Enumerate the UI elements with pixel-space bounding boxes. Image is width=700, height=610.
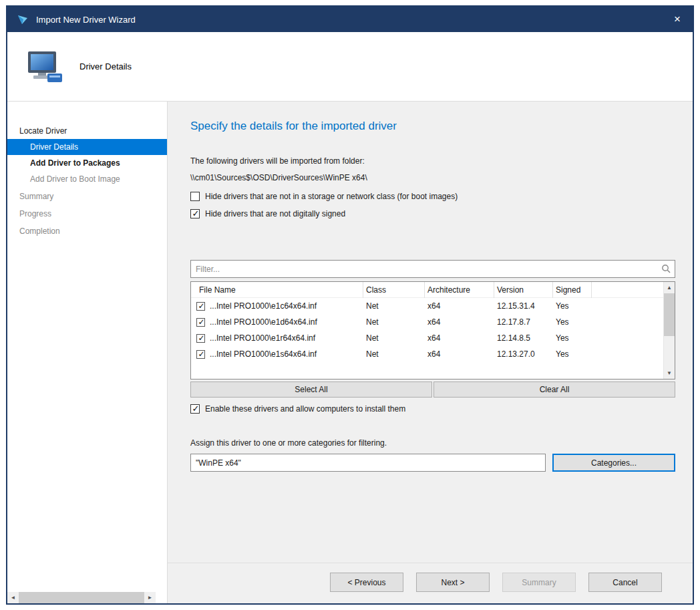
- scroll-up-icon[interactable]: ▲: [664, 282, 675, 293]
- cell-version: 12.17.8.7: [494, 317, 553, 327]
- cell-architecture: x64: [425, 349, 494, 359]
- hide-storage-checkbox[interactable]: Hide drivers that are not in a storage o…: [190, 192, 675, 201]
- table-row[interactable]: ...Intel PRO1000\e1c64x64.inf Net x64 12…: [191, 298, 663, 314]
- cell-version: 12.14.8.5: [494, 333, 553, 343]
- close-icon[interactable]: ×: [662, 7, 693, 32]
- checkbox-icon[interactable]: [190, 209, 200, 218]
- driver-details-icon: [26, 50, 65, 84]
- categories-input[interactable]: [190, 454, 546, 472]
- cell-signed: Yes: [553, 333, 592, 343]
- sidebar-horizontal-scrollbar[interactable]: ◄ ►: [7, 592, 156, 603]
- sidebar-item-add-driver-to-boot-image[interactable]: Add Driver to Boot Image: [7, 171, 167, 187]
- cell-architecture: x64: [425, 301, 494, 311]
- table-row[interactable]: ...Intel PRO1000\e1d64x64.inf Net x64 12…: [191, 314, 663, 330]
- wizard-footer: < Previous Next > Summary Cancel: [168, 563, 693, 603]
- scroll-down-icon[interactable]: ▼: [664, 367, 675, 379]
- column-header-version[interactable]: Version: [494, 282, 553, 298]
- cell-file-name: ...Intel PRO1000\e1r64x64.inf: [210, 333, 315, 343]
- wizard-app-icon: [16, 13, 29, 26]
- section-heading: Specify the details for the imported dri…: [190, 119, 675, 134]
- scrollbar-thumb[interactable]: [664, 293, 675, 336]
- scroll-left-icon[interactable]: ◄: [7, 592, 19, 603]
- driver-list: File Name Class Architecture Version Sig…: [190, 281, 675, 379]
- row-checkbox-icon[interactable]: [196, 334, 205, 343]
- row-checkbox-icon[interactable]: [196, 318, 205, 327]
- cell-class: Net: [363, 317, 425, 327]
- folder-path: \\cm01\Sources$\OSD\DriverSources\WinPE …: [190, 173, 675, 182]
- wizard-window: Import New Driver Wizard × Driver Deta: [6, 5, 694, 605]
- cell-signed: Yes: [553, 301, 592, 311]
- sidebar-item-driver-details[interactable]: Driver Details: [7, 139, 167, 155]
- sidebar-item-add-driver-to-packages[interactable]: Add Driver to Packages: [7, 155, 167, 171]
- hide-unsigned-label: Hide drivers that are not digitally sign…: [205, 209, 345, 218]
- next-button[interactable]: Next >: [416, 573, 490, 592]
- table-row[interactable]: ...Intel PRO1000\e1r64x64.inf Net x64 12…: [191, 330, 663, 346]
- cell-class: Net: [363, 349, 425, 359]
- row-checkbox-icon[interactable]: [196, 302, 205, 311]
- column-header-architecture[interactable]: Architecture: [425, 282, 494, 298]
- wizard-header: Driver Details: [7, 32, 693, 102]
- cell-file-name: ...Intel PRO1000\e1d64x64.inf: [210, 317, 317, 327]
- cell-version: 12.13.27.0: [494, 349, 553, 359]
- select-all-button[interactable]: Select All: [190, 382, 432, 398]
- window-title: Import New Driver Wizard: [36, 15, 136, 25]
- page-title: Driver Details: [79, 61, 132, 71]
- cell-class: Net: [363, 333, 425, 343]
- enable-drivers-label: Enable these drivers and allow computers…: [205, 404, 405, 414]
- intro-text: The following drivers will be imported f…: [190, 156, 675, 166]
- column-header-class[interactable]: Class: [363, 282, 425, 298]
- main-panel: Specify the details for the imported dri…: [168, 102, 693, 603]
- list-vertical-scrollbar[interactable]: ▲ ▼: [663, 282, 675, 379]
- cell-architecture: x64: [425, 317, 494, 327]
- enable-drivers-checkbox[interactable]: Enable these drivers and allow computers…: [190, 404, 675, 414]
- scrollbar-thumb[interactable]: [19, 592, 144, 603]
- column-header-file-name[interactable]: File Name: [191, 282, 363, 298]
- sidebar-item-summary[interactable]: Summary: [7, 188, 167, 204]
- cell-file-name: ...Intel PRO1000\e1c64x64.inf: [210, 301, 317, 311]
- cell-signed: Yes: [553, 317, 592, 327]
- driver-list-header: File Name Class Architecture Version Sig…: [191, 282, 663, 298]
- titlebar: Import New Driver Wizard ×: [7, 7, 693, 32]
- scroll-right-icon[interactable]: ►: [144, 592, 156, 603]
- categories-button[interactable]: Categories...: [552, 454, 675, 472]
- checkbox-icon[interactable]: [190, 404, 200, 414]
- hide-unsigned-checkbox[interactable]: Hide drivers that are not digitally sign…: [190, 209, 675, 218]
- hide-storage-label: Hide drivers that are not in a storage o…: [205, 192, 458, 201]
- checkbox-icon[interactable]: [190, 192, 200, 201]
- cell-architecture: x64: [425, 333, 494, 343]
- cell-version: 12.15.31.4: [494, 301, 553, 311]
- column-header-signed[interactable]: Signed: [553, 282, 592, 298]
- filter-field-wrap: [190, 260, 675, 278]
- summary-button: Summary: [502, 573, 576, 592]
- filter-input[interactable]: [190, 260, 675, 278]
- sidebar-item-completion[interactable]: Completion: [7, 223, 167, 239]
- cancel-button[interactable]: Cancel: [588, 573, 662, 592]
- search-icon: [661, 264, 671, 275]
- previous-button[interactable]: < Previous: [330, 573, 403, 592]
- cell-class: Net: [363, 301, 425, 311]
- categories-caption: Assign this driver to one or more catego…: [190, 438, 675, 448]
- wizard-steps-sidebar: Locate Driver Driver Details Add Driver …: [7, 102, 168, 603]
- sidebar-item-locate-driver[interactable]: Locate Driver: [7, 123, 167, 139]
- table-row[interactable]: ...Intel PRO1000\e1s64x64.inf Net x64 12…: [191, 346, 663, 362]
- sidebar-item-progress[interactable]: Progress: [7, 206, 167, 222]
- row-checkbox-icon[interactable]: [196, 350, 205, 359]
- clear-all-button[interactable]: Clear All: [433, 382, 675, 398]
- cell-signed: Yes: [553, 349, 592, 359]
- cell-file-name: ...Intel PRO1000\e1s64x64.inf: [210, 349, 317, 359]
